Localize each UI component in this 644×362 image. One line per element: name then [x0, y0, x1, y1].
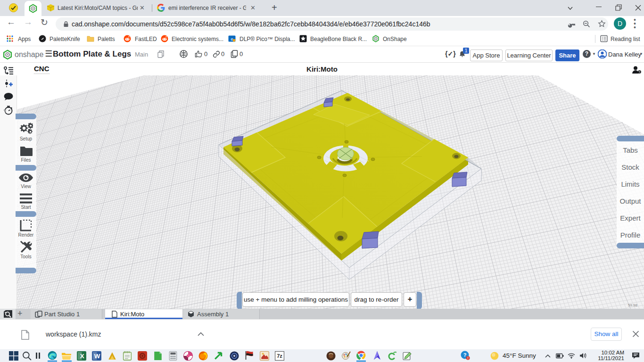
svg-text:e: e: [231, 37, 233, 41]
svg-text:!: !: [467, 356, 468, 360]
svg-text:7z: 7z: [277, 353, 282, 359]
svg-text:W: W: [94, 353, 100, 360]
svg-text:X: X: [80, 353, 84, 360]
svg-text:?: ?: [463, 352, 467, 358]
